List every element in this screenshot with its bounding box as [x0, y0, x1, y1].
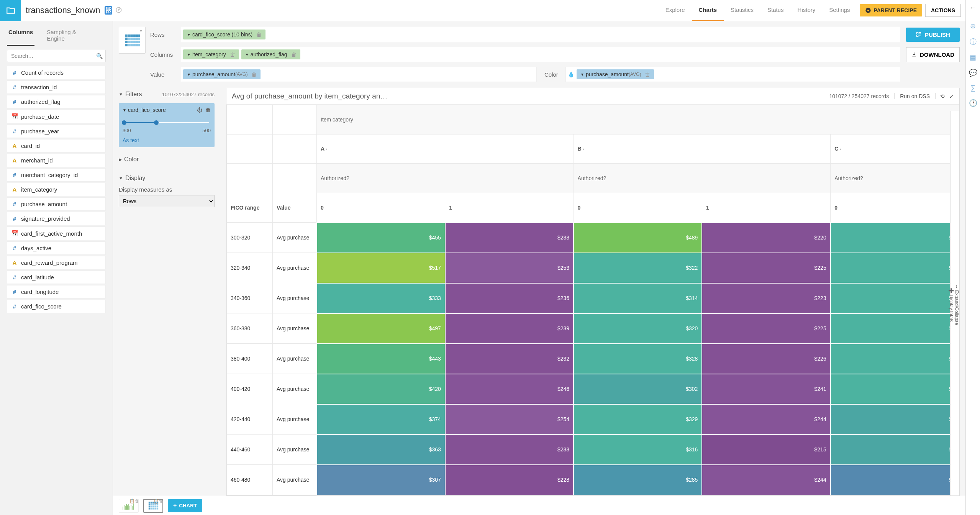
parent-recipe-button[interactable]: PARENT RECIPE	[860, 4, 922, 16]
dataset-name: transactions_known	[21, 5, 105, 15]
tab-statistics[interactable]: Statistics	[724, 0, 760, 21]
run-on-label[interactable]: Run on DSS	[894, 93, 936, 99]
chip-delete-icon[interactable]: 🗑	[645, 71, 650, 77]
display-section-header[interactable]: ▼Display	[119, 172, 215, 185]
actions-button[interactable]: ACTIONS	[925, 4, 961, 17]
chart-type-selector[interactable]: ▼	[119, 27, 146, 54]
column-item[interactable]: #card_latitude	[7, 271, 106, 284]
column-name: item_category	[21, 186, 57, 193]
txt-type-icon: A	[11, 186, 18, 193]
chart-thumb-pivot[interactable]: 📋🗑	[143, 499, 163, 513]
num-type-icon: #	[11, 172, 18, 178]
num-type-icon: #	[11, 128, 18, 134]
filter-field-name: card_fico_score	[128, 107, 166, 113]
columns-drop-zone[interactable]: ▼item_category🗑▼authorized_flag🗑	[181, 47, 900, 62]
num-type-icon: #	[11, 98, 18, 105]
column-item[interactable]: Acard_id	[7, 139, 106, 153]
stack-icon[interactable]: ▤	[970, 53, 976, 62]
column-item[interactable]: #card_longitude	[7, 285, 106, 299]
rows-drop-zone[interactable]: ▼card_fico_score (10 bins)🗑	[181, 27, 900, 42]
slider-min: 300	[123, 128, 131, 133]
column-item[interactable]: #card_fico_score	[7, 300, 106, 313]
chip-item_category[interactable]: ▼item_category🗑	[183, 49, 239, 59]
chip-authorized_flag[interactable]: ▼authorized_flag🗑	[241, 49, 300, 59]
display-totals-toggle[interactable]: ➕	[949, 288, 954, 294]
clock-icon[interactable]: 🕐	[969, 99, 977, 107]
comment-icon[interactable]: 💬	[969, 69, 977, 77]
display-measures-select[interactable]: Rows	[119, 195, 215, 207]
tab-status[interactable]: Status	[760, 0, 791, 21]
column-name: authorized_flag	[21, 98, 61, 105]
collapse-panel-icon[interactable]: ←	[970, 4, 977, 12]
filter-card: ▼ card_fico_score ⏻ 🗑	[119, 103, 215, 147]
expand-collapse-toggle[interactable]: ↔	[954, 284, 959, 289]
chip-delete-icon[interactable]: 🗑	[230, 51, 235, 57]
left-tab-sampling-engine[interactable]: Sampling & Engine	[45, 26, 95, 46]
num-type-icon: #	[11, 245, 18, 251]
column-item[interactable]: #transaction_id	[7, 80, 106, 94]
column-item[interactable]: #signature_provided	[7, 212, 106, 225]
column-item[interactable]: #purchase_year	[7, 125, 106, 138]
chip-delete-icon[interactable]: 🗑	[251, 71, 257, 77]
math-icon[interactable]: ∑	[970, 84, 975, 92]
add-chart-button[interactable]: +CHART	[168, 499, 202, 512]
thumb-options-icon[interactable]: 📋🗑	[129, 499, 139, 504]
svg-rect-11	[129, 506, 130, 510]
chip-card_fico_score[interactable]: ▼card_fico_score (10 bins)🗑	[183, 30, 265, 39]
num-type-icon: #	[11, 289, 18, 295]
column-item[interactable]: 📅purchase_date	[7, 110, 106, 123]
filter-as-text-link[interactable]: As text	[123, 137, 211, 143]
chip-purchase_amount[interactable]: ▼purchase_amount (AVG)🗑	[183, 69, 261, 79]
left-tab-columns[interactable]: Columns	[7, 26, 34, 46]
columns-label: Columns	[150, 51, 181, 58]
record-count: 101072 / 254027 records	[829, 93, 889, 99]
column-name: transaction_id	[21, 84, 57, 90]
column-item[interactable]: #Count of records	[7, 66, 106, 79]
column-item[interactable]: #merchant_category_id	[7, 168, 106, 182]
filters-header[interactable]: ▼Filters 101072/254027 records	[119, 88, 215, 101]
gdpr-badge: GD PR	[105, 6, 112, 15]
column-item[interactable]: #purchase_amount	[7, 197, 106, 211]
filter-delete-icon[interactable]: 🗑	[205, 107, 211, 113]
column-item[interactable]: Amerchant_id	[7, 154, 106, 167]
expand-icon[interactable]: ⤢	[949, 93, 954, 99]
color-section-header[interactable]: ▶Color	[119, 153, 215, 166]
compass-icon[interactable]	[115, 7, 122, 15]
add-circle-icon[interactable]: ⊕	[970, 22, 976, 30]
download-button[interactable]: DOWNLOAD	[906, 47, 960, 62]
tab-charts[interactable]: Charts	[692, 0, 724, 21]
info-circle-icon[interactable]: ⓘ	[970, 37, 977, 46]
column-item[interactable]: Acard_reward_program	[7, 256, 106, 269]
search-icon: 🔍	[96, 53, 103, 59]
chip-delete-icon[interactable]: 🗑	[256, 31, 262, 38]
column-name: purchase_amount	[21, 201, 67, 207]
svg-rect-13	[132, 506, 133, 510]
chip-purchase_amount[interactable]: ▼purchase_amount (AVG)🗑	[577, 69, 654, 79]
expand-collapse-label: Expand/Collapse	[954, 290, 959, 325]
dataset-folder-icon[interactable]	[0, 0, 21, 21]
column-name: card_first_active_month	[21, 230, 82, 237]
column-name: purchase_date	[21, 113, 59, 120]
column-item[interactable]: #authorized_flag	[7, 95, 106, 108]
download-label: DOWNLOAD	[920, 51, 954, 58]
column-item[interactable]: 📅card_first_active_month	[7, 226, 106, 240]
txt-type-icon: A	[11, 157, 18, 164]
refresh-icon[interactable]: ⟲	[940, 93, 945, 99]
filter-power-icon[interactable]: ⏻	[197, 107, 202, 113]
column-item[interactable]: #days_active	[7, 241, 106, 255]
tab-explore[interactable]: Explore	[659, 0, 692, 21]
column-item[interactable]: Aitem_category	[7, 183, 106, 196]
chip-delete-icon[interactable]: 🗑	[291, 51, 297, 57]
svg-rect-10	[128, 504, 129, 510]
column-search-input[interactable]	[7, 50, 106, 62]
chart-thumb-bar[interactable]: 📋🗑	[119, 499, 139, 513]
publish-button[interactable]: PUBLISH	[906, 28, 960, 42]
pivot-table-icon	[125, 34, 140, 46]
svg-rect-5	[123, 507, 123, 510]
range-slider[interactable]	[124, 118, 209, 126]
tab-history[interactable]: History	[791, 0, 823, 21]
tab-settings[interactable]: Settings	[822, 0, 857, 21]
display-measures-label: Display measures as	[119, 186, 215, 193]
color-drop-zone[interactable]: 💧 ▼purchase_amount (AVG)🗑	[565, 67, 900, 82]
value-drop-zone[interactable]: ▼purchase_amount (AVG)🗑	[181, 67, 537, 82]
